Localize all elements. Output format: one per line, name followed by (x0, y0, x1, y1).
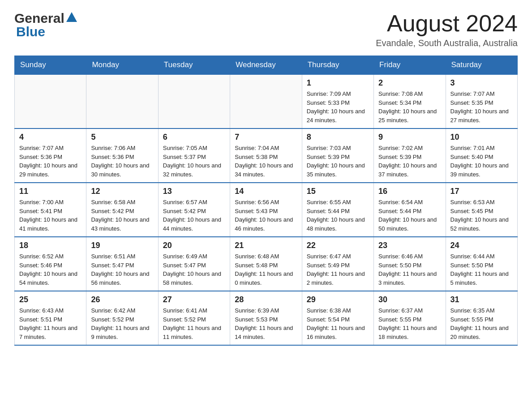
day-number: 1 (307, 78, 369, 88)
day-info: Sunrise: 7:08 AMSunset: 5:34 PMDaylight:… (378, 90, 441, 124)
calendar-week-row: 1Sunrise: 7:09 AMSunset: 5:33 PMDaylight… (15, 74, 518, 128)
day-number: 3 (450, 78, 513, 88)
day-number: 11 (19, 187, 82, 196)
day-number: 23 (378, 241, 441, 250)
day-info: Sunrise: 7:02 AMSunset: 5:39 PMDaylight:… (378, 144, 441, 179)
day-info: Sunrise: 6:42 AMSunset: 5:52 PMDaylight:… (91, 306, 153, 341)
calendar-cell: 30Sunrise: 6:37 AMSunset: 5:55 PMDayligh… (374, 291, 446, 345)
day-info: Sunrise: 6:44 AMSunset: 5:50 PMDaylight:… (450, 252, 513, 287)
logo-icon (65, 11, 78, 26)
day-number: 13 (163, 187, 225, 196)
calendar-cell: 25Sunrise: 6:43 AMSunset: 5:51 PMDayligh… (15, 291, 86, 345)
calendar-cell: 4Sunrise: 7:07 AMSunset: 5:36 PMDaylight… (15, 128, 86, 183)
day-info: Sunrise: 7:03 AMSunset: 5:39 PMDaylight:… (307, 144, 369, 179)
day-number: 29 (307, 295, 369, 304)
day-info: Sunrise: 6:56 AMSunset: 5:43 PMDaylight:… (235, 198, 297, 233)
calendar-cell: 12Sunrise: 6:58 AMSunset: 5:42 PMDayligh… (86, 183, 158, 237)
calendar-header-row: SundayMondayTuesdayWednesdayThursdayFrid… (15, 56, 518, 75)
logo: General Blue (14, 11, 78, 39)
calendar-cell: 9Sunrise: 7:02 AMSunset: 5:39 PMDaylight… (374, 128, 446, 183)
day-info: Sunrise: 6:52 AMSunset: 5:46 PMDaylight:… (19, 252, 82, 287)
day-number: 19 (91, 241, 153, 250)
calendar-cell: 13Sunrise: 6:57 AMSunset: 5:42 PMDayligh… (158, 183, 230, 237)
day-number: 8 (307, 133, 369, 142)
day-number: 21 (235, 241, 297, 250)
day-number: 20 (163, 241, 225, 250)
day-number: 12 (91, 187, 153, 196)
day-number: 2 (378, 78, 441, 88)
calendar-cell: 3Sunrise: 7:07 AMSunset: 5:35 PMDaylight… (446, 74, 517, 128)
location-text: Evandale, South Australia, Australia (376, 38, 518, 48)
day-info: Sunrise: 6:48 AMSunset: 5:48 PMDaylight:… (235, 252, 297, 287)
calendar-cell: 16Sunrise: 6:54 AMSunset: 5:44 PMDayligh… (374, 183, 446, 237)
day-info: Sunrise: 6:58 AMSunset: 5:42 PMDaylight:… (91, 198, 153, 233)
day-info: Sunrise: 6:54 AMSunset: 5:44 PMDaylight:… (378, 198, 441, 233)
day-number: 5 (91, 133, 153, 142)
calendar-cell: 17Sunrise: 6:53 AMSunset: 5:45 PMDayligh… (446, 183, 517, 237)
day-number: 10 (450, 133, 513, 142)
day-info: Sunrise: 7:05 AMSunset: 5:37 PMDaylight:… (163, 144, 225, 179)
col-header-monday: Monday (86, 56, 158, 75)
month-title: August 2024 (376, 11, 518, 36)
day-number: 14 (235, 187, 297, 196)
calendar-cell: 8Sunrise: 7:03 AMSunset: 5:39 PMDaylight… (302, 128, 373, 183)
day-number: 25 (19, 295, 82, 304)
calendar-week-row: 18Sunrise: 6:52 AMSunset: 5:46 PMDayligh… (15, 237, 518, 291)
day-number: 24 (450, 241, 513, 250)
day-number: 26 (91, 295, 153, 304)
day-number: 6 (163, 133, 225, 142)
day-info: Sunrise: 6:43 AMSunset: 5:51 PMDaylight:… (19, 306, 82, 341)
calendar-cell (86, 74, 158, 128)
day-number: 27 (163, 295, 225, 304)
calendar-cell: 23Sunrise: 6:46 AMSunset: 5:50 PMDayligh… (374, 237, 446, 291)
day-info: Sunrise: 7:01 AMSunset: 5:40 PMDaylight:… (450, 144, 513, 179)
title-block: August 2024 Evandale, South Australia, A… (376, 11, 518, 48)
day-info: Sunrise: 6:37 AMSunset: 5:55 PMDaylight:… (378, 306, 441, 341)
day-info: Sunrise: 6:38 AMSunset: 5:54 PMDaylight:… (307, 306, 369, 341)
svg-marker-0 (66, 12, 77, 22)
calendar-cell: 15Sunrise: 6:55 AMSunset: 5:44 PMDayligh… (302, 183, 373, 237)
calendar-cell (230, 74, 302, 128)
calendar-week-row: 11Sunrise: 7:00 AMSunset: 5:41 PMDayligh… (15, 183, 518, 237)
day-info: Sunrise: 6:39 AMSunset: 5:53 PMDaylight:… (235, 306, 297, 341)
calendar-cell: 14Sunrise: 6:56 AMSunset: 5:43 PMDayligh… (230, 183, 302, 237)
calendar-cell: 28Sunrise: 6:39 AMSunset: 5:53 PMDayligh… (230, 291, 302, 345)
calendar-cell: 11Sunrise: 7:00 AMSunset: 5:41 PMDayligh… (15, 183, 86, 237)
calendar-cell: 24Sunrise: 6:44 AMSunset: 5:50 PMDayligh… (446, 237, 517, 291)
calendar-cell: 26Sunrise: 6:42 AMSunset: 5:52 PMDayligh… (86, 291, 158, 345)
col-header-sunday: Sunday (15, 56, 86, 75)
day-number: 9 (378, 133, 441, 142)
day-info: Sunrise: 7:00 AMSunset: 5:41 PMDaylight:… (19, 198, 82, 233)
day-info: Sunrise: 7:09 AMSunset: 5:33 PMDaylight:… (307, 90, 369, 124)
calendar-table: SundayMondayTuesdayWednesdayThursdayFrid… (14, 56, 518, 346)
col-header-saturday: Saturday (446, 56, 517, 75)
calendar-cell: 22Sunrise: 6:47 AMSunset: 5:49 PMDayligh… (302, 237, 373, 291)
calendar-week-row: 4Sunrise: 7:07 AMSunset: 5:36 PMDaylight… (15, 128, 518, 183)
calendar-cell: 29Sunrise: 6:38 AMSunset: 5:54 PMDayligh… (302, 291, 373, 345)
calendar-cell (15, 74, 86, 128)
col-header-thursday: Thursday (302, 56, 373, 75)
day-number: 7 (235, 133, 297, 142)
day-number: 31 (450, 295, 513, 304)
day-info: Sunrise: 6:41 AMSunset: 5:52 PMDaylight:… (163, 306, 225, 341)
col-header-wednesday: Wednesday (230, 56, 302, 75)
col-header-tuesday: Tuesday (158, 56, 230, 75)
day-info: Sunrise: 7:07 AMSunset: 5:35 PMDaylight:… (450, 90, 513, 124)
calendar-cell: 20Sunrise: 6:49 AMSunset: 5:47 PMDayligh… (158, 237, 230, 291)
day-info: Sunrise: 6:55 AMSunset: 5:44 PMDaylight:… (307, 198, 369, 233)
day-info: Sunrise: 7:07 AMSunset: 5:36 PMDaylight:… (19, 144, 82, 179)
day-info: Sunrise: 7:04 AMSunset: 5:38 PMDaylight:… (235, 144, 297, 179)
calendar-cell: 1Sunrise: 7:09 AMSunset: 5:33 PMDaylight… (302, 74, 373, 128)
day-info: Sunrise: 6:49 AMSunset: 5:47 PMDaylight:… (163, 252, 225, 287)
calendar-cell: 18Sunrise: 6:52 AMSunset: 5:46 PMDayligh… (15, 237, 86, 291)
calendar-cell: 6Sunrise: 7:05 AMSunset: 5:37 PMDaylight… (158, 128, 230, 183)
calendar-week-row: 25Sunrise: 6:43 AMSunset: 5:51 PMDayligh… (15, 291, 518, 345)
day-info: Sunrise: 7:06 AMSunset: 5:36 PMDaylight:… (91, 144, 153, 179)
calendar-cell: 27Sunrise: 6:41 AMSunset: 5:52 PMDayligh… (158, 291, 230, 345)
day-number: 18 (19, 241, 82, 250)
day-number: 28 (235, 295, 297, 304)
calendar-cell: 7Sunrise: 7:04 AMSunset: 5:38 PMDaylight… (230, 128, 302, 183)
page-header: General Blue August 2024 Evandale, South… (14, 11, 518, 48)
calendar-cell (158, 74, 230, 128)
calendar-cell: 10Sunrise: 7:01 AMSunset: 5:40 PMDayligh… (446, 128, 517, 183)
